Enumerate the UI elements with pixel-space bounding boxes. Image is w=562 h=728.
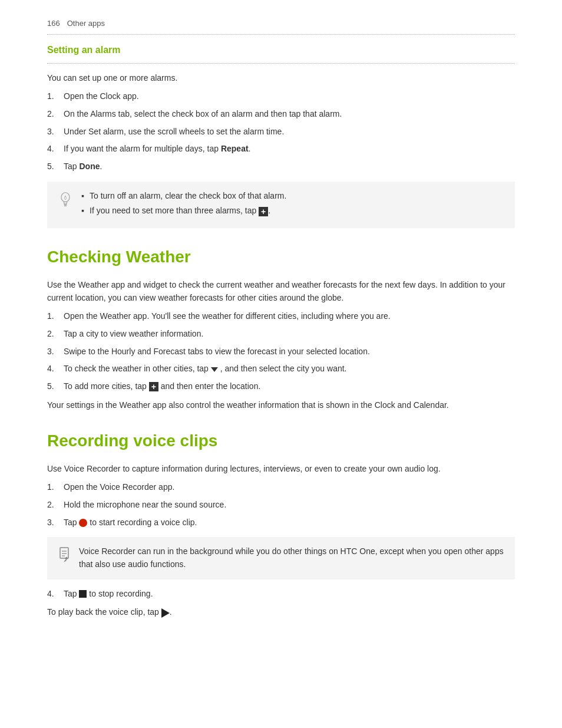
svg-rect-2 — [64, 205, 67, 206]
plus-icon: + — [259, 207, 268, 216]
stop-icon — [79, 590, 87, 598]
page-category: Other apps — [67, 18, 105, 29]
list-item: 1. Open the Voice Recorder app. — [47, 481, 515, 494]
checking-weather-steps: 1. Open the Weather app. You'll see the … — [47, 310, 515, 393]
setting-alarm-title: Setting an alarm — [47, 43, 515, 57]
list-item: 2. Tap a city to view weather informatio… — [47, 328, 515, 341]
recording-voice-steps: 1. Open the Voice Recorder app. 2. Hold … — [47, 481, 515, 529]
list-item: 1. Open the Clock app. — [47, 90, 515, 103]
repeat-bold: Repeat — [221, 144, 249, 153]
arrow-down-icon — [211, 367, 218, 372]
setting-alarm-intro: You can set up one or more alarms. — [47, 72, 515, 85]
list-item: If you need to set more than three alarm… — [81, 205, 504, 218]
svg-line-3 — [64, 196, 65, 198]
list-item: 3. Tap to start recording a voice clip. — [47, 516, 515, 529]
checking-weather-intro: Use the Weather app and widget to check … — [47, 279, 515, 304]
list-item: 3. Swipe to the Hourly and Forecast tabs… — [47, 345, 515, 358]
list-item: 2. Hold the microphone near the sound so… — [47, 499, 515, 512]
checking-weather-outro: Your settings in the Weather app also co… — [47, 399, 515, 412]
plus-icon-weather: + — [149, 382, 158, 391]
list-item: 4. Tap to stop recording. — [47, 588, 515, 601]
setting-alarm-section: Setting an alarm You can set up one or m… — [47, 43, 515, 229]
svg-line-5 — [65, 198, 67, 200]
checking-weather-section: Checking Weather Use the Weather app and… — [47, 245, 515, 412]
recording-voice-step4: 4. Tap to stop recording. — [47, 588, 515, 601]
checking-weather-title: Checking Weather — [47, 245, 515, 269]
recording-voice-outro: To play back the voice clip, tap . — [47, 606, 515, 619]
list-item: 4. If you want the alarm for multiple da… — [47, 143, 515, 156]
page-container: 166 Other apps Setting an alarm You can … — [0, 0, 562, 648]
page-number: 166 — [47, 18, 60, 29]
pen-icon — [58, 546, 71, 568]
list-item: 4. To check the weather in other cities,… — [47, 363, 515, 375]
svg-rect-11 — [65, 557, 68, 561]
recording-voice-section: Recording voice clips Use Voice Recorder… — [47, 429, 515, 620]
setting-alarm-steps: 1. Open the Clock app. 2. On the Alarms … — [47, 90, 515, 173]
record-icon — [79, 519, 87, 527]
list-item: To turn off an alarm, clear the check bo… — [81, 190, 504, 203]
lightbulb-icon — [58, 191, 73, 213]
list-item: 1. Open the Weather app. You'll see the … — [47, 310, 515, 323]
svg-rect-7 — [60, 548, 68, 558]
note-text: Voice Recorder can run in the background… — [79, 545, 504, 571]
list-item: 2. On the Alarms tab, select the check b… — [47, 108, 515, 121]
list-item: 5. Tap Done. — [47, 160, 515, 173]
done-bold: Done — [79, 162, 100, 171]
tip-box: To turn off an alarm, clear the check bo… — [47, 182, 515, 228]
page-header: 166 Other apps — [47, 18, 515, 29]
section-divider — [47, 63, 515, 64]
list-item: 5. To add more cities, tap + and then en… — [47, 380, 515, 393]
top-divider — [47, 34, 515, 35]
play-icon — [161, 608, 170, 618]
tip-content: To turn off an alarm, clear the check bo… — [81, 190, 504, 220]
list-item: 3. Under Set alarm, use the scroll wheel… — [47, 126, 515, 139]
recording-voice-intro: Use Voice Recorder to capture informatio… — [47, 463, 515, 476]
note-box: Voice Recorder can run in the background… — [47, 537, 515, 579]
recording-voice-title: Recording voice clips — [47, 429, 515, 453]
svg-rect-1 — [64, 204, 67, 205]
svg-line-6 — [65, 196, 67, 198]
svg-point-0 — [61, 192, 70, 202]
